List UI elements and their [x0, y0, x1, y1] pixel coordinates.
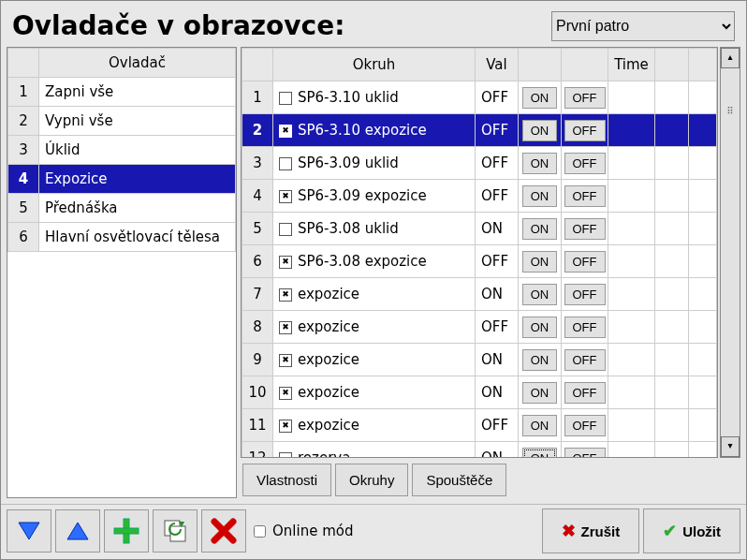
scroll-up-icon[interactable]: ▴	[721, 48, 740, 68]
on-button[interactable]: ON	[522, 415, 558, 436]
circuit-cell[interactable]: SP6-3.08 expozice	[273, 245, 476, 278]
circuits-table[interactable]: Okruh Val Time 1SP6-3.10 uklidOFFONOFF2S…	[242, 48, 717, 457]
off-button[interactable]: OFF	[564, 448, 606, 458]
col-extra-2[interactable]	[689, 49, 717, 81]
circuit-checkbox[interactable]	[279, 256, 292, 269]
on-button[interactable]: ON	[522, 153, 558, 174]
col-off[interactable]	[562, 49, 608, 81]
circuit-cell[interactable]: SP6-3.10 expozice	[273, 114, 476, 147]
tab-vlastnosti[interactable]: Vlastnosti	[242, 464, 331, 496]
controller-label: Hlavní osvětlovací tělesa	[39, 223, 236, 252]
circuit-checkbox[interactable]	[279, 354, 292, 367]
circuit-cell[interactable]: expozice	[273, 311, 476, 344]
col-on[interactable]	[519, 49, 562, 81]
circuit-cell[interactable]: expozice	[273, 409, 476, 442]
circuit-row[interactable]: 1SP6-3.10 uklidOFFONOFF	[242, 81, 717, 114]
on-button[interactable]: ON	[522, 185, 558, 207]
extra-cell-2	[689, 245, 717, 278]
circuit-cell[interactable]: expozice	[273, 376, 476, 409]
col-time[interactable]: Time	[608, 49, 655, 81]
online-mode-input[interactable]	[254, 525, 266, 538]
circuit-row[interactable]: 3SP6-3.09 uklidOFFONOFF	[242, 147, 717, 180]
off-button[interactable]: OFF	[564, 284, 606, 305]
circuit-cell[interactable]: expozice	[273, 278, 476, 311]
off-button[interactable]: OFF	[564, 120, 606, 141]
off-button[interactable]: OFF	[564, 382, 606, 404]
col-okruh[interactable]: Okruh	[273, 49, 476, 81]
move-up-button[interactable]	[55, 509, 100, 553]
controller-row[interactable]: 4Expozice	[8, 165, 236, 194]
circuit-row[interactable]: 6SP6-3.08 expoziceOFFONOFF	[242, 245, 717, 278]
delete-button[interactable]	[201, 509, 246, 553]
off-button[interactable]: OFF	[564, 153, 606, 174]
copy-button[interactable]	[153, 509, 198, 553]
circuit-cell[interactable]: SP6-3.10 uklid	[273, 81, 476, 114]
controllers-header: Ovladač	[39, 49, 236, 78]
circuit-cell[interactable]: SP6-3.09 expozice	[273, 180, 476, 213]
on-button[interactable]: ON	[522, 382, 558, 404]
off-button[interactable]: OFF	[564, 251, 606, 273]
extra-cell-1	[655, 344, 689, 376]
circuit-row[interactable]: 4SP6-3.09 expoziceOFFONOFF	[242, 180, 717, 213]
circuit-checkbox[interactable]	[279, 190, 292, 203]
circuit-cell[interactable]: SP6-3.08 uklid	[273, 213, 476, 245]
circuit-cell[interactable]: SP6-3.09 uklid	[273, 147, 476, 180]
online-mode-checkbox[interactable]: Online mód	[250, 523, 353, 540]
col-val[interactable]: Val	[476, 49, 519, 81]
on-button[interactable]: ON	[522, 317, 558, 338]
circuit-row[interactable]: 10expoziceONONOFF	[242, 376, 717, 409]
controller-row[interactable]: 5Přednáška	[8, 194, 236, 223]
circuit-row[interactable]: 11expoziceOFFONOFF	[242, 409, 717, 442]
circuit-checkbox[interactable]	[279, 452, 292, 458]
tab-okruhy[interactable]: Okruhy	[335, 464, 408, 496]
circuit-checkbox[interactable]	[279, 387, 292, 400]
save-button[interactable]: ✔ Uložit	[643, 508, 740, 553]
tab-spoustece[interactable]: Spouštěče	[412, 464, 506, 496]
circuit-row[interactable]: 7expoziceONONOFF	[242, 278, 717, 311]
circuit-row[interactable]: 12rezervaONONOFF	[242, 442, 717, 458]
scroll-down-icon[interactable]: ▾	[721, 436, 740, 457]
floor-selector[interactable]: První patro	[551, 11, 735, 41]
cancel-button[interactable]: ✖ Zrušit	[542, 508, 640, 553]
on-button[interactable]: ON	[522, 284, 558, 305]
on-button[interactable]: ON	[522, 448, 558, 458]
off-button[interactable]: OFF	[564, 87, 606, 109]
circuit-checkbox[interactable]	[279, 420, 292, 433]
circuit-row[interactable]: 2SP6-3.10 expoziceOFFONOFF	[242, 114, 717, 147]
extra-cell-1	[655, 81, 689, 114]
circuit-checkbox[interactable]	[279, 321, 292, 334]
circuit-cell[interactable]: expozice	[273, 344, 476, 376]
scroll-grip[interactable]: ⠿	[725, 68, 735, 116]
controller-row[interactable]: 2Vypni vše	[8, 107, 236, 136]
controllers-table[interactable]: Ovladač 1Zapni vše2Vypni vše3Úklid4Expoz…	[7, 48, 236, 252]
controller-row[interactable]: 6Hlavní osvětlovací tělesa	[8, 223, 236, 252]
off-button[interactable]: OFF	[564, 415, 606, 436]
circuit-checkbox[interactable]	[279, 223, 292, 236]
extra-cell-2	[689, 409, 717, 442]
on-button[interactable]: ON	[522, 120, 558, 141]
col-extra-1[interactable]	[655, 49, 689, 81]
add-button[interactable]	[104, 509, 149, 553]
on-button[interactable]: ON	[522, 87, 558, 109]
circuit-checkbox[interactable]	[279, 125, 292, 138]
extra-cell-1	[655, 376, 689, 409]
circuit-checkbox[interactable]	[279, 288, 292, 302]
off-button[interactable]: OFF	[564, 317, 606, 338]
circuit-row[interactable]: 5SP6-3.08 uklidONONOFF	[242, 213, 717, 245]
controller-row[interactable]: 3Úklid	[8, 136, 236, 165]
on-button[interactable]: ON	[522, 251, 558, 273]
vertical-scrollbar[interactable]: ▴ ⠿ ▾	[720, 47, 740, 458]
on-button[interactable]: ON	[522, 349, 558, 371]
extra-cell-2	[689, 213, 717, 245]
off-button[interactable]: OFF	[564, 218, 606, 240]
move-down-button[interactable]	[7, 509, 51, 553]
circuit-row[interactable]: 8expoziceOFFONOFF	[242, 311, 717, 344]
controller-row[interactable]: 1Zapni vše	[8, 78, 236, 107]
on-button[interactable]: ON	[522, 218, 558, 240]
off-button[interactable]: OFF	[564, 349, 606, 371]
circuit-row[interactable]: 9expoziceONONOFF	[242, 344, 717, 376]
circuit-checkbox[interactable]	[279, 157, 292, 170]
circuit-checkbox[interactable]	[279, 92, 292, 105]
off-button[interactable]: OFF	[564, 185, 606, 207]
circuit-cell[interactable]: rezerva	[273, 442, 476, 458]
